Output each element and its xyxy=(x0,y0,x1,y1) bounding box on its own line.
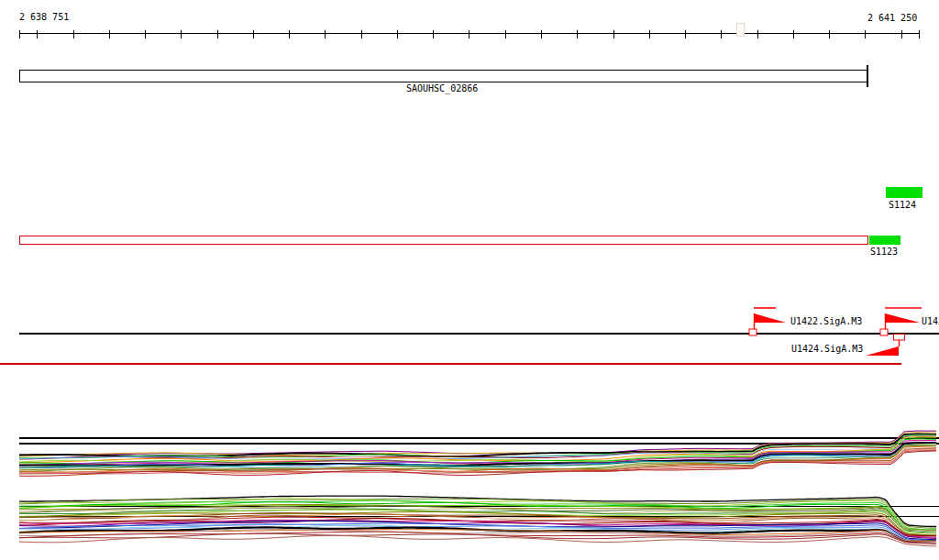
coverage-plot-forward[interactable] xyxy=(19,431,936,476)
genome-browser-view: 2 638 751 2 641 250 SAOUHSC_02866 S1124 … xyxy=(0,0,939,560)
coverage-line xyxy=(19,535,936,546)
coverage-plot-reverse[interactable] xyxy=(19,496,936,546)
graphics-overlay xyxy=(0,0,939,560)
tss-flags[interactable] xyxy=(749,308,922,356)
